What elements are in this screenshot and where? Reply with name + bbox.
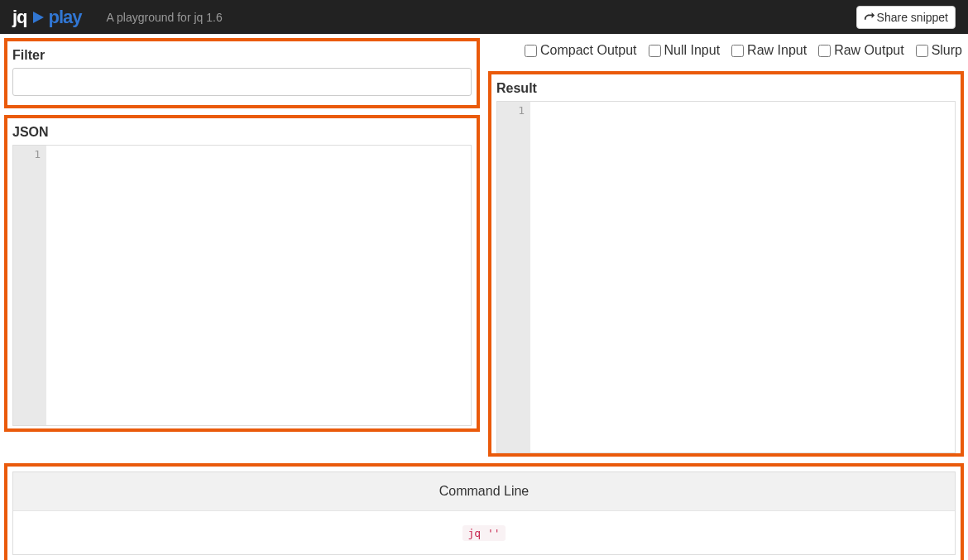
filter-input[interactable] (12, 68, 472, 96)
json-editor[interactable]: 1 (12, 145, 472, 426)
right-column: Compact Output Null Input Raw Input Raw … (488, 38, 964, 457)
navbar-left: jq play A playground for jq 1.6 (12, 7, 223, 28)
json-gutter: 1 (13, 146, 46, 425)
result-editor[interactable]: 1 (496, 101, 956, 453)
option-label: Slurp (932, 43, 962, 58)
option-slurp[interactable]: Slurp (916, 43, 962, 58)
checkbox-compact-output[interactable] (525, 45, 537, 57)
share-snippet-button[interactable]: Share snippet (856, 6, 956, 29)
cli-command: jq '' (462, 525, 505, 541)
option-label: Raw Input (747, 43, 807, 58)
filter-panel: Filter (4, 38, 480, 108)
checkbox-slurp[interactable] (916, 45, 928, 57)
cli-title: Command Line (13, 472, 955, 511)
json-panel: JSON 1 (4, 115, 480, 432)
brand[interactable]: jq play (12, 7, 82, 28)
svg-marker-0 (33, 12, 44, 23)
brand-play-text: play (49, 7, 82, 28)
cli-body: jq '' (13, 511, 955, 554)
share-snippet-label: Share snippet (877, 11, 948, 24)
main: Filter JSON 1 Compact Output Null Input … (0, 34, 968, 457)
option-label: Compact Output (540, 43, 637, 58)
option-compact-output[interactable]: Compact Output (525, 43, 637, 58)
option-null-input[interactable]: Null Input (649, 43, 721, 58)
option-label: Null Input (664, 43, 721, 58)
checkbox-null-input[interactable] (649, 45, 661, 57)
result-panel: Result 1 (488, 71, 964, 457)
filter-title: Filter (7, 41, 477, 68)
checkbox-raw-input[interactable] (731, 45, 744, 57)
result-editor-body (530, 102, 955, 452)
option-label: Raw Output (834, 43, 903, 58)
result-gutter: 1 (497, 102, 530, 452)
share-icon (864, 12, 875, 23)
checkbox-raw-output[interactable] (818, 45, 831, 57)
cli-section: Command Line jq '' (0, 457, 968, 560)
json-title: JSON (7, 118, 477, 145)
result-title: Result (491, 74, 961, 101)
navbar: jq play A playground for jq 1.6 Share sn… (0, 0, 968, 34)
cli-panel: Command Line jq '' (4, 463, 964, 560)
option-raw-output[interactable]: Raw Output (818, 43, 903, 58)
tagline: A playground for jq 1.6 (107, 11, 223, 24)
cli-inner: Command Line jq '' (12, 471, 956, 555)
brand-jq-text: jq (12, 7, 27, 28)
options-row: Compact Output Null Input Raw Input Raw … (488, 38, 964, 65)
play-icon (31, 11, 45, 24)
json-editor-body[interactable] (46, 146, 471, 425)
option-raw-input[interactable]: Raw Input (731, 43, 807, 58)
left-column: Filter JSON 1 (4, 38, 480, 457)
